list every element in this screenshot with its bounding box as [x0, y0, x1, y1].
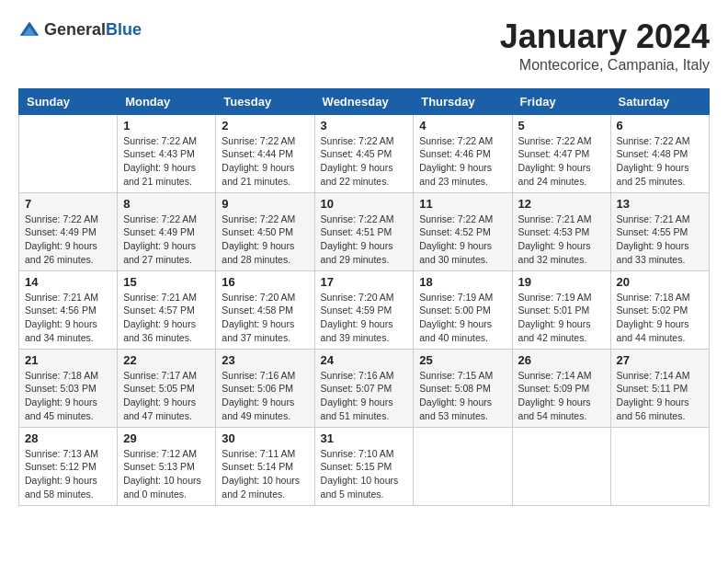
day-number: 29 — [123, 431, 210, 445]
day-info: Sunrise: 7:22 AM Sunset: 4:45 PM Dayligh… — [321, 134, 408, 189]
calendar-cell: 9Sunrise: 7:22 AM Sunset: 4:50 PM Daylig… — [216, 192, 314, 270]
day-number: 5 — [518, 119, 605, 132]
weekday-header-wednesday: Wednesday — [314, 88, 414, 114]
calendar-cell: 20Sunrise: 7:18 AM Sunset: 5:02 PM Dayli… — [610, 270, 709, 349]
weekday-header-tuesday: Tuesday — [216, 88, 314, 114]
day-info: Sunrise: 7:21 AM Sunset: 4:55 PM Dayligh… — [617, 213, 703, 267]
weekday-header-saturday: Saturday — [610, 88, 709, 114]
day-number: 14 — [25, 275, 111, 289]
day-number: 12 — [518, 197, 605, 211]
day-number: 2 — [222, 119, 308, 132]
day-info: Sunrise: 7:10 AM Sunset: 5:15 PM Dayligh… — [321, 447, 408, 501]
calendar-cell: 10Sunrise: 7:22 AM Sunset: 4:51 PM Dayli… — [314, 192, 414, 270]
day-info: Sunrise: 7:19 AM Sunset: 5:00 PM Dayligh… — [419, 291, 506, 345]
day-number: 25 — [419, 353, 506, 367]
day-info: Sunrise: 7:22 AM Sunset: 4:49 PM Dayligh… — [25, 213, 111, 267]
day-info: Sunrise: 7:22 AM Sunset: 4:43 PM Dayligh… — [123, 134, 210, 189]
day-info: Sunrise: 7:12 AM Sunset: 5:13 PM Dayligh… — [123, 447, 210, 501]
calendar-cell: 15Sunrise: 7:21 AM Sunset: 4:57 PM Dayli… — [118, 270, 216, 349]
day-number: 30 — [222, 431, 308, 445]
day-info: Sunrise: 7:21 AM Sunset: 4:57 PM Dayligh… — [123, 291, 210, 345]
day-info: Sunrise: 7:22 AM Sunset: 4:44 PM Dayligh… — [222, 134, 308, 189]
calendar-cell — [610, 427, 709, 505]
calendar-cell: 18Sunrise: 7:19 AM Sunset: 5:00 PM Dayli… — [414, 270, 512, 349]
day-number: 6 — [617, 119, 703, 132]
logo: GeneralBlue — [18, 18, 142, 40]
calendar-cell: 3Sunrise: 7:22 AM Sunset: 4:45 PM Daylig… — [314, 114, 414, 192]
calendar-cell: 23Sunrise: 7:16 AM Sunset: 5:06 PM Dayli… — [216, 349, 314, 427]
day-number: 20 — [617, 275, 703, 289]
day-number: 10 — [321, 197, 408, 211]
week-row-1: 1Sunrise: 7:22 AM Sunset: 4:43 PM Daylig… — [19, 114, 710, 192]
calendar-cell: 16Sunrise: 7:20 AM Sunset: 4:58 PM Dayli… — [216, 270, 314, 349]
day-info: Sunrise: 7:17 AM Sunset: 5:05 PM Dayligh… — [123, 369, 210, 423]
calendar-cell: 26Sunrise: 7:14 AM Sunset: 5:09 PM Dayli… — [512, 349, 610, 427]
day-number: 16 — [222, 275, 308, 289]
day-info: Sunrise: 7:21 AM Sunset: 4:56 PM Dayligh… — [25, 291, 111, 345]
calendar-table: SundayMondayTuesdayWednesdayThursdayFrid… — [18, 88, 710, 506]
day-info: Sunrise: 7:22 AM Sunset: 4:46 PM Dayligh… — [419, 134, 506, 189]
weekday-header-sunday: Sunday — [19, 88, 118, 114]
day-info: Sunrise: 7:16 AM Sunset: 5:06 PM Dayligh… — [222, 369, 308, 423]
day-number: 15 — [123, 275, 210, 289]
calendar-cell: 14Sunrise: 7:21 AM Sunset: 4:56 PM Dayli… — [19, 270, 118, 349]
calendar-cell: 19Sunrise: 7:19 AM Sunset: 5:01 PM Dayli… — [512, 270, 610, 349]
week-row-2: 7Sunrise: 7:22 AM Sunset: 4:49 PM Daylig… — [19, 192, 710, 270]
calendar-cell — [414, 427, 512, 505]
calendar-cell: 6Sunrise: 7:22 AM Sunset: 4:48 PM Daylig… — [610, 114, 709, 192]
day-number: 4 — [419, 119, 506, 132]
week-row-3: 14Sunrise: 7:21 AM Sunset: 4:56 PM Dayli… — [19, 270, 710, 349]
weekday-header-thursday: Thursday — [414, 88, 512, 114]
calendar-cell: 5Sunrise: 7:22 AM Sunset: 4:47 PM Daylig… — [512, 114, 610, 192]
day-number: 13 — [617, 197, 703, 211]
title-area: January 2024 Montecorice, Campania, Ital… — [500, 18, 710, 74]
weekday-header-friday: Friday — [512, 88, 610, 114]
day-number: 8 — [123, 197, 210, 211]
calendar-cell: 31Sunrise: 7:10 AM Sunset: 5:15 PM Dayli… — [314, 427, 414, 505]
day-info: Sunrise: 7:13 AM Sunset: 5:12 PM Dayligh… — [25, 447, 111, 501]
day-info: Sunrise: 7:11 AM Sunset: 5:14 PM Dayligh… — [222, 447, 308, 501]
day-info: Sunrise: 7:22 AM Sunset: 4:49 PM Dayligh… — [123, 213, 210, 267]
logo-icon — [18, 18, 40, 40]
calendar-cell: 24Sunrise: 7:16 AM Sunset: 5:07 PM Dayli… — [314, 349, 414, 427]
day-info: Sunrise: 7:22 AM Sunset: 4:50 PM Dayligh… — [222, 213, 308, 267]
logo-general: General — [44, 20, 106, 39]
day-number: 23 — [222, 353, 308, 367]
day-number: 17 — [321, 275, 408, 289]
calendar-cell: 8Sunrise: 7:22 AM Sunset: 4:49 PM Daylig… — [118, 192, 216, 270]
calendar-cell: 11Sunrise: 7:22 AM Sunset: 4:52 PM Dayli… — [414, 192, 512, 270]
calendar-cell: 13Sunrise: 7:21 AM Sunset: 4:55 PM Dayli… — [610, 192, 709, 270]
day-info: Sunrise: 7:22 AM Sunset: 4:52 PM Dayligh… — [419, 213, 506, 267]
day-number: 31 — [321, 431, 408, 445]
calendar-cell: 22Sunrise: 7:17 AM Sunset: 5:05 PM Dayli… — [118, 349, 216, 427]
page-header: GeneralBlue January 2024 Montecorice, Ca… — [18, 18, 710, 74]
calendar-cell — [19, 114, 118, 192]
calendar-cell: 25Sunrise: 7:15 AM Sunset: 5:08 PM Dayli… — [414, 349, 512, 427]
day-info: Sunrise: 7:18 AM Sunset: 5:03 PM Dayligh… — [25, 369, 111, 423]
month-title: January 2024 — [500, 18, 710, 55]
day-number: 3 — [321, 119, 408, 132]
day-number: 7 — [25, 197, 111, 211]
calendar-cell: 29Sunrise: 7:12 AM Sunset: 5:13 PM Dayli… — [118, 427, 216, 505]
day-info: Sunrise: 7:22 AM Sunset: 4:51 PM Dayligh… — [321, 213, 408, 267]
calendar-cell: 2Sunrise: 7:22 AM Sunset: 4:44 PM Daylig… — [216, 114, 314, 192]
day-number: 28 — [25, 431, 111, 445]
day-number: 21 — [25, 353, 111, 367]
calendar-cell: 1Sunrise: 7:22 AM Sunset: 4:43 PM Daylig… — [118, 114, 216, 192]
day-info: Sunrise: 7:20 AM Sunset: 4:59 PM Dayligh… — [321, 291, 408, 345]
calendar-cell: 28Sunrise: 7:13 AM Sunset: 5:12 PM Dayli… — [19, 427, 118, 505]
day-info: Sunrise: 7:14 AM Sunset: 5:09 PM Dayligh… — [518, 369, 605, 423]
calendar-cell: 27Sunrise: 7:14 AM Sunset: 5:11 PM Dayli… — [610, 349, 709, 427]
calendar-cell: 7Sunrise: 7:22 AM Sunset: 4:49 PM Daylig… — [19, 192, 118, 270]
day-number: 11 — [419, 197, 506, 211]
day-number: 27 — [617, 353, 703, 367]
calendar-cell: 30Sunrise: 7:11 AM Sunset: 5:14 PM Dayli… — [216, 427, 314, 505]
day-info: Sunrise: 7:19 AM Sunset: 5:01 PM Dayligh… — [518, 291, 605, 345]
location-title: Montecorice, Campania, Italy — [500, 57, 710, 74]
day-number: 18 — [419, 275, 506, 289]
calendar-cell: 21Sunrise: 7:18 AM Sunset: 5:03 PM Dayli… — [19, 349, 118, 427]
calendar-header-row: SundayMondayTuesdayWednesdayThursdayFrid… — [19, 88, 710, 114]
day-info: Sunrise: 7:22 AM Sunset: 4:48 PM Dayligh… — [617, 134, 703, 189]
day-number: 19 — [518, 275, 605, 289]
week-row-4: 21Sunrise: 7:18 AM Sunset: 5:03 PM Dayli… — [19, 349, 710, 427]
